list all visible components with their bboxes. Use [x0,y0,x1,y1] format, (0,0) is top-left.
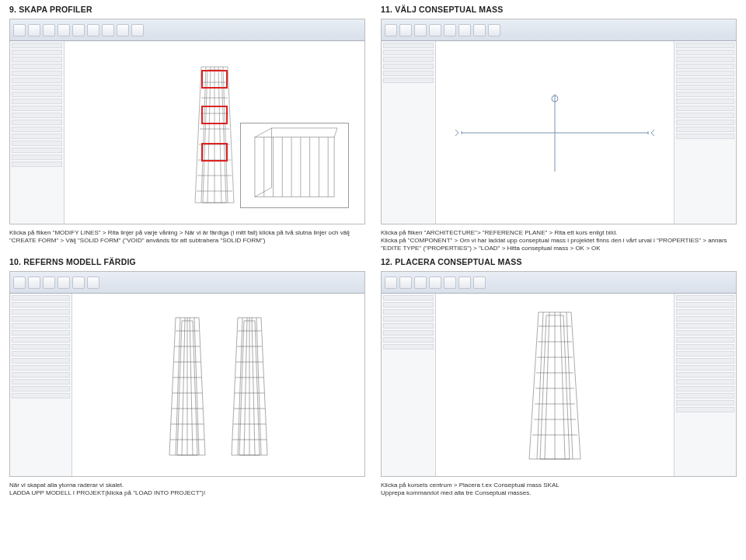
ribbon-button[interactable] [429,277,441,289]
caption-12: Klicka på korsets centrum > Placera t.ex… [381,482,737,497]
ribbon-button[interactable] [444,24,456,37]
ribbon-button[interactable] [28,24,40,37]
ribbon-button[interactable] [28,277,40,289]
svg-line-67 [566,312,573,459]
caption-11: Klicka på fliken "ARCHITECTURE"> "REFERE… [381,229,737,252]
app-ribbon [382,19,736,41]
section-12-title: 12. PLACERA CONSEPTUAL MASS [381,257,737,266]
ribbon-button[interactable] [72,277,85,289]
svg-rect-13 [255,137,334,197]
selected-profile-3 [201,143,228,162]
screenshot-10 [9,271,365,477]
app-ribbon [382,272,736,294]
ribbon-button[interactable] [444,277,456,289]
caption-9-text: Klicka på fliken "MODIFY LINES" > Rita l… [9,229,350,244]
svg-line-53 [252,318,255,455]
ribbon-button[interactable] [43,24,55,37]
section-9-title: 9. SKAPA PROFILER [9,5,365,14]
ribbon-button[interactable] [473,24,486,37]
svg-line-38 [182,318,185,455]
inset-view [240,123,349,208]
model-canvas[interactable] [64,41,364,224]
selected-profile-1 [201,70,228,89]
svg-line-63 [537,312,543,459]
caption-11-line2: Klicka på "COMPONENT" > Om vi har laddat… [381,237,727,252]
ribbon-button[interactable] [385,277,397,289]
section-11-title: 11. VÄLJ CONSEPTUAL MASS [381,5,737,14]
ribbon-button[interactable] [385,24,397,37]
ribbon-button[interactable] [399,24,412,37]
model-canvas[interactable] [436,41,674,224]
screenshot-9 [9,19,365,224]
section-10-title: 10. REFERNS MODELL FÄRDIG [9,257,365,266]
model-canvas[interactable] [72,294,364,476]
ribbon-button[interactable] [458,277,471,289]
svg-line-40 [190,318,193,455]
caption-10: När vi skapat alla ytorna raderar vi ska… [9,482,365,497]
properties-panel [10,41,64,224]
ribbon-button[interactable] [414,277,427,289]
reference-plane-cross [454,86,656,179]
screenshot-11 [381,19,737,224]
caption-10-line1: När vi skapat alla ytorna raderar vi ska… [9,482,124,489]
ribbon-button[interactable] [58,277,70,289]
selected-profile-2 [201,106,228,124]
ribbon-button[interactable] [72,24,85,37]
project-browser [674,41,736,224]
project-browser [674,294,736,476]
ribbon-button[interactable] [488,24,500,37]
caption-9: Klicka på fliken "MODIFY LINES" > Rita l… [9,229,365,252]
svg-line-14 [255,187,272,197]
ribbon-button[interactable] [473,277,486,289]
model-canvas[interactable] [436,294,674,476]
ribbon-button[interactable] [399,277,412,289]
ribbon-button[interactable] [458,24,471,37]
ribbon-button[interactable] [87,24,99,37]
ribbon-button[interactable] [13,277,26,289]
svg-line-51 [244,318,247,455]
caption-12-line2: Upprepa kommandot med alla tre Conseptua… [381,489,531,496]
ribbon-button[interactable] [43,277,55,289]
ribbon-button[interactable] [102,24,114,37]
screenshot-12 [381,271,737,477]
tower-wireframe [187,59,242,207]
caption-10-line2: LADDA UPP MODELL I PROJEKT(klicka på "LO… [9,489,205,496]
app-ribbon [10,19,364,41]
caption-12-line1: Klicka på korsets centrum > Placera t.ex… [381,482,560,489]
placed-mass [520,308,590,463]
caption-11-line1: Klicka på fliken "ARCHITECTURE"> "REFERE… [381,229,617,236]
tower-group [160,311,277,459]
properties-panel [382,294,436,476]
ribbon-button[interactable] [131,24,144,37]
properties-panel [10,294,72,476]
ribbon-button[interactable] [414,24,427,37]
ribbon-button[interactable] [13,24,26,37]
properties-panel [382,41,436,224]
ribbon-button[interactable] [429,24,441,37]
app-ribbon [10,272,364,294]
ribbon-button[interactable] [58,24,70,37]
ribbon-button[interactable] [117,24,129,37]
ribbon-button[interactable] [87,277,99,289]
